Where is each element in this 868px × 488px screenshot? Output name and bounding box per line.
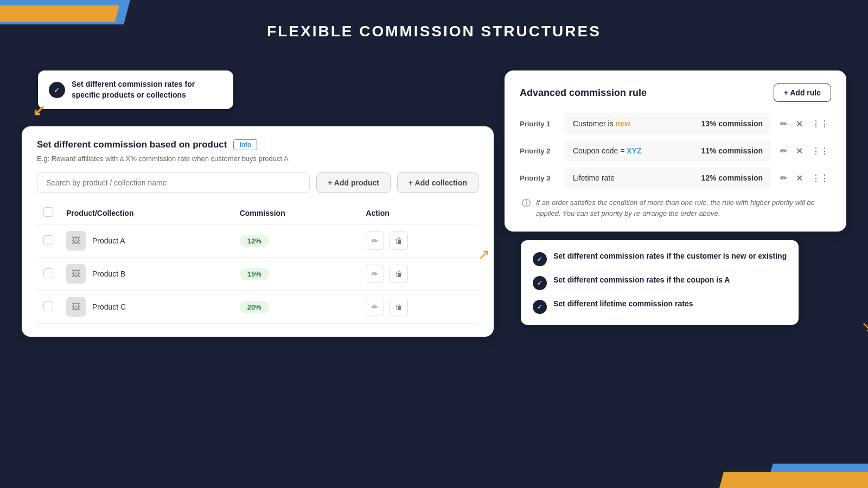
edit-button-1[interactable]: ✏ — [366, 265, 384, 283]
row-checkbox-cell — [37, 291, 60, 324]
priority-label-2: Priority 2 — [520, 147, 558, 155]
callout-check-icon: ✓ — [49, 82, 65, 98]
delete-button-1[interactable]: 🗑 — [390, 265, 408, 283]
edit-button-0[interactable]: ✏ — [366, 232, 384, 250]
callout-right-item-2: ✓ Set different lifetime commission rate… — [533, 299, 787, 314]
priority-content-3: Lifetime rate 12% commission — [564, 167, 771, 189]
drag-priority-3[interactable]: ⋮⋮ — [809, 172, 831, 184]
edit-priority-3[interactable]: ✏ — [778, 172, 789, 184]
product-card-header: Set different commission based on produc… — [37, 139, 478, 150]
priority-desc-3: Lifetime rate — [573, 174, 615, 182]
callout-right-text-2: Set different lifetime commission rates — [553, 299, 693, 310]
edit-priority-2[interactable]: ✏ — [778, 145, 789, 157]
table-row: 🖼 Product C 20% ✏ 🗑 — [37, 291, 478, 324]
commission-pct-3: 12% commission — [701, 174, 763, 182]
callout-right-text-1: Set different commission rates if the co… — [553, 275, 730, 286]
drag-priority-2[interactable]: ⋮⋮ — [809, 145, 831, 157]
callout-right-check-2: ✓ — [533, 300, 547, 314]
remove-priority-1[interactable]: ✕ — [794, 118, 805, 130]
commission-rule-card: Advanced commission rule + Add rule Prio… — [505, 70, 846, 232]
commission-badge-2: 20% — [240, 301, 269, 313]
callout-right-check-0: ✓ — [533, 252, 547, 266]
add-product-button[interactable]: + Add product — [316, 172, 391, 193]
header-commission: Commission — [233, 202, 360, 224]
priority-content-1: Customer is new 13% commission — [564, 113, 771, 134]
arrow-right-lower: ↘ — [861, 318, 868, 336]
row-action-1: ✏ 🗑 — [359, 258, 478, 291]
product-table: Product/Collection Commission Action 🖼 P… — [37, 202, 478, 324]
row-commission-2: 20% — [233, 291, 360, 324]
row-checkbox-cell — [37, 258, 60, 291]
row-product-0: 🖼 Product A — [60, 224, 233, 258]
row-checkbox-1[interactable] — [43, 268, 53, 278]
commission-badge-1: 15% — [240, 268, 269, 280]
row-product-2: 🖼 Product C — [60, 291, 233, 324]
priority-actions-3: ✏ ✕ ⋮⋮ — [778, 172, 831, 184]
corner-decoration-top-left — [0, 0, 174, 33]
info-badge[interactable]: Info — [233, 139, 257, 150]
arrow-left: ↙ — [33, 101, 45, 119]
commission-rule-title: Advanced commission rule — [520, 87, 647, 99]
delete-button-2[interactable]: 🗑 — [390, 298, 408, 316]
commission-note: ⓘ If an order satisfies the condition of… — [520, 197, 831, 219]
main-layout: ✓ Set different commission rates for spe… — [0, 60, 868, 488]
drag-priority-1[interactable]: ⋮⋮ — [809, 118, 831, 130]
action-icons-1: ✏ 🗑 — [366, 265, 472, 283]
priority-desc-2: Coupon code = XYZ — [573, 146, 641, 155]
priority-content-2: Coupon code = XYZ 11% commission — [564, 140, 771, 162]
priority-row-2: Priority 2 Coupon code = XYZ 11% commiss… — [520, 140, 831, 162]
left-section: ✓ Set different commission rates for spe… — [22, 70, 494, 337]
table-row: 🖼 Product B 15% ✏ 🗑 — [37, 258, 478, 291]
header-checkbox-cell — [37, 202, 60, 224]
select-all-checkbox[interactable] — [43, 207, 53, 217]
product-icon-0: 🖼 — [66, 231, 86, 251]
product-icon-2: 🖼 — [66, 297, 86, 317]
highlight-new: new — [616, 119, 630, 128]
product-name-2: Product C — [92, 303, 126, 311]
row-action-0: ✏ 🗑 — [359, 224, 478, 258]
edit-button-2[interactable]: ✏ — [366, 298, 384, 316]
product-section-subtitle: E.g: Reward affiliates with a X% commiss… — [37, 155, 478, 163]
callout-box-right: ✓ Set different commission rates if the … — [521, 240, 799, 325]
action-icons-2: ✏ 🗑 — [366, 298, 472, 316]
row-commission-1: 15% — [233, 258, 360, 291]
priority-desc-1: Customer is new — [573, 119, 630, 128]
remove-priority-2[interactable]: ✕ — [794, 145, 805, 157]
row-action-2: ✏ 🗑 — [359, 291, 478, 324]
priority-row-1: Priority 1 Customer is new 13% commissio… — [520, 113, 831, 134]
callout-right-item-1: ✓ Set different commission rates if the … — [533, 275, 787, 290]
callout-right-text-0: Set different commission rates if the cu… — [553, 251, 787, 262]
header-product-collection: Product/Collection — [60, 202, 233, 224]
delete-button-0[interactable]: 🗑 — [390, 232, 408, 250]
add-rule-button[interactable]: + Add rule — [774, 84, 831, 102]
row-product-1: 🖼 Product B — [60, 258, 233, 291]
callout-box-products: ✓ Set different commission rates for spe… — [38, 70, 233, 109]
info-icon: ⓘ — [522, 198, 531, 209]
row-checkbox-0[interactable] — [43, 235, 53, 245]
priority-row-3: Priority 3 Lifetime rate 12% commission … — [520, 167, 831, 189]
edit-priority-1[interactable]: ✏ — [778, 118, 789, 130]
callout-text-products: Set different commission rates for speci… — [72, 79, 222, 100]
product-section-card: Set different commission based on produc… — [22, 126, 494, 337]
product-name-1: Product B — [92, 269, 125, 278]
commission-badge-0: 12% — [240, 235, 269, 247]
action-icons-0: ✏ 🗑 — [366, 232, 472, 250]
product-icon-1: 🖼 — [66, 264, 86, 284]
table-row: 🖼 Product A 12% ✏ 🗑 — [37, 224, 478, 258]
note-text: If an order satisfies the condition of m… — [536, 197, 829, 219]
row-commission-0: 12% — [233, 224, 360, 258]
priority-label-1: Priority 1 — [520, 120, 558, 128]
highlight-code: XYZ — [627, 146, 641, 155]
product-section-title: Set different commission based on produc… — [37, 139, 227, 150]
commission-card-header: Advanced commission rule + Add rule — [520, 84, 831, 102]
commission-pct-2: 11% commission — [701, 146, 763, 155]
add-collection-button[interactable]: + Add collection — [397, 172, 478, 193]
search-input[interactable] — [37, 172, 310, 193]
callout-right-check-1: ✓ — [533, 276, 547, 290]
header-action: Action — [359, 202, 478, 224]
remove-priority-3[interactable]: ✕ — [794, 172, 805, 184]
product-name-0: Product A — [92, 236, 125, 245]
row-checkbox-2[interactable] — [43, 301, 53, 311]
priority-rows-container: Priority 1 Customer is new 13% commissio… — [520, 113, 831, 189]
search-row: + Add product + Add collection — [37, 172, 478, 193]
